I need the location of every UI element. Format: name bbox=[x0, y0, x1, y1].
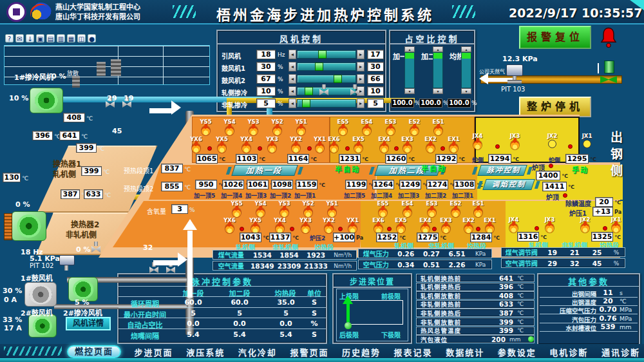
nav-tab-11[interactable]: 通讯诊断 bbox=[601, 346, 640, 358]
toolbar-folder-icon[interactable]: ▣ bbox=[36, 34, 44, 43]
nav-tab-4[interactable]: 汽化冷却 bbox=[238, 346, 277, 358]
pct-label: 33 % bbox=[3, 316, 22, 324]
alarm-bell-icon[interactable] bbox=[598, 26, 620, 50]
gas-valve-actuator-icon[interactable] bbox=[604, 61, 614, 73]
v29-label: 29 bbox=[107, 94, 117, 102]
hx-temp-row: 轧机侧换热前641℃ bbox=[416, 274, 535, 282]
v45-label: 45 bbox=[112, 127, 122, 135]
temp-value-box: +13 bbox=[592, 207, 613, 216]
pulse-row-value: 5 bbox=[170, 309, 216, 318]
nav-tab-5[interactable]: 报警页面 bbox=[290, 346, 328, 358]
fan-row-value[interactable]: 5 bbox=[256, 99, 276, 108]
toolbar-print-icon[interactable]: ◫ bbox=[77, 34, 86, 43]
toolbar-grid-icon[interactable]: ▦ bbox=[67, 34, 75, 43]
zone-column-header: 非轧机侧 bbox=[555, 240, 594, 247]
other-param-label: 水封槽液位 bbox=[540, 323, 596, 331]
burner-status-dot bbox=[476, 227, 480, 231]
valve-table-row: 空气调节阀293245% bbox=[501, 258, 625, 268]
burner-flame-icon bbox=[297, 124, 305, 135]
nav-tab-9[interactable]: 参数设定 bbox=[498, 346, 536, 358]
toolbar-report-icon[interactable]: ▥ bbox=[57, 34, 65, 43]
burner-off-icon bbox=[583, 140, 591, 148]
fan-slider[interactable]: ◂▸ bbox=[289, 62, 365, 71]
value-unit: ℃ bbox=[22, 175, 28, 182]
toolbar-chart-icon[interactable]: ▤ bbox=[46, 34, 55, 43]
pulse-control-button[interactable]: 脉冲控制 bbox=[477, 165, 527, 176]
fan-row-setpoint[interactable]: 17 bbox=[367, 50, 384, 59]
fan-row-setpoint[interactable]: 30 bbox=[367, 62, 384, 71]
duty-slider[interactable]: ▴▾ bbox=[432, 46, 444, 97]
burner-flame-icon bbox=[545, 222, 554, 233]
fan-row-value[interactable]: 30 bbox=[256, 62, 276, 71]
nav-tab-1[interactable]: 燃控页面 bbox=[67, 345, 121, 358]
nav-tab-3[interactable]: 液压系统 bbox=[186, 346, 225, 358]
fan-row-unit: % bbox=[278, 64, 288, 70]
header-bar: 燕山大学国家轧制工程中心 唐山华丁科技开发有限公司 梧州金海步进加热炉控制系统 … bbox=[0, 0, 644, 24]
burner-flame-icon bbox=[225, 124, 234, 135]
temp-value-box: 1308 bbox=[453, 180, 475, 189]
toolbar-help-icon[interactable]: ? bbox=[5, 34, 14, 43]
side-temp-label: 炉侧 bbox=[472, 156, 484, 164]
divider bbox=[540, 331, 638, 332]
nav-tab-8[interactable]: 数据统计 bbox=[446, 346, 484, 358]
zone-column-header: 轧机侧 bbox=[522, 240, 555, 247]
pulse-row-label: 自动占空比 bbox=[120, 319, 170, 328]
burner-flame-icon bbox=[434, 124, 442, 135]
nav-tab-7[interactable]: 报表记录 bbox=[394, 346, 433, 358]
pit102-instrument-icon[interactable] bbox=[59, 255, 75, 265]
nav-tab-2[interactable]: 步进页面 bbox=[135, 346, 173, 358]
fan-row-setpoint[interactable]: 5 bbox=[367, 99, 384, 108]
pulse-row-value: 0.0 bbox=[216, 319, 263, 328]
v32-label: 32 bbox=[143, 243, 153, 252]
zone1-banner[interactable]: 加热一段 bbox=[231, 165, 298, 176]
burner-flame-icon bbox=[354, 142, 363, 153]
temp-unit: ℃ bbox=[493, 235, 500, 241]
valve-icon[interactable] bbox=[149, 267, 158, 273]
toolbar-download-icon[interactable]: ↓ bbox=[26, 34, 34, 43]
burner-status-dot bbox=[535, 226, 539, 231]
toolbar-mail-icon[interactable]: ✉ bbox=[15, 34, 24, 43]
slider-up-button: ▴ bbox=[461, 46, 471, 52]
fan-row-value[interactable]: 10 bbox=[256, 86, 276, 96]
blower-1-icon[interactable] bbox=[24, 282, 57, 307]
valve-icon[interactable] bbox=[166, 267, 175, 273]
valve-tick bbox=[598, 63, 599, 73]
fan-row-value[interactable]: 67 bbox=[256, 74, 276, 84]
burner-flame-icon bbox=[428, 206, 436, 217]
furnace-stop-button[interactable]: 整炉停机 bbox=[519, 97, 591, 117]
fan-row-setpoint[interactable]: 10 bbox=[367, 86, 384, 96]
zone-column-header: 非轧机侧 bbox=[421, 241, 461, 248]
burner-flame-icon bbox=[328, 206, 336, 217]
fan-slider[interactable]: ◂▸ bbox=[289, 74, 365, 84]
nav-tab-10[interactable]: 电机诊断 bbox=[549, 346, 588, 358]
beam-label-front: 前极限 bbox=[381, 291, 401, 301]
value-unit: ℃ bbox=[103, 169, 109, 175]
nav-tab-6[interactable]: 历史趋势 bbox=[342, 346, 381, 358]
burner-flame-icon bbox=[473, 138, 482, 149]
burner-flame-icon bbox=[426, 142, 435, 153]
fan-slider[interactable]: ◂▸ bbox=[289, 50, 365, 59]
duty-slider[interactable]: ▴▾ bbox=[460, 46, 472, 97]
value-box-value: 855 bbox=[161, 182, 183, 191]
burner-flame-icon bbox=[218, 142, 226, 153]
pit103-instrument-icon[interactable] bbox=[506, 64, 523, 76]
cold-fan-1-icon[interactable] bbox=[30, 88, 63, 113]
fan-row-value[interactable]: 18 bbox=[256, 50, 276, 59]
alarm-reset-button[interactable]: 报警复位 bbox=[519, 26, 591, 49]
label-label: 公司天然气 bbox=[479, 68, 505, 75]
draft-fan-icon[interactable] bbox=[12, 211, 46, 241]
org-line2: 唐山华丁科技开发有限公司 bbox=[55, 13, 140, 22]
flame-control-button[interactable]: 调焰控制 bbox=[482, 179, 535, 190]
pulse-row-value: 60.0 bbox=[216, 298, 263, 307]
duty-slider[interactable]: ▴▾ bbox=[404, 46, 415, 97]
fan-slider[interactable]: ◂▸ bbox=[289, 99, 365, 108]
fan-row-setpoint[interactable]: 66 bbox=[367, 74, 384, 84]
burner-flame-icon bbox=[486, 222, 494, 233]
slider-left-button: ◂ bbox=[289, 74, 296, 84]
slider-left-button: ◂ bbox=[289, 50, 296, 59]
temp-value-box: 1026 bbox=[222, 180, 244, 189]
blower-2-icon[interactable] bbox=[28, 314, 57, 338]
temp-unit: ℃ bbox=[590, 157, 596, 162]
toolbar-lock-icon[interactable]: ● bbox=[88, 34, 96, 43]
fan-detail-button[interactable]: 风机详情 bbox=[66, 317, 111, 330]
